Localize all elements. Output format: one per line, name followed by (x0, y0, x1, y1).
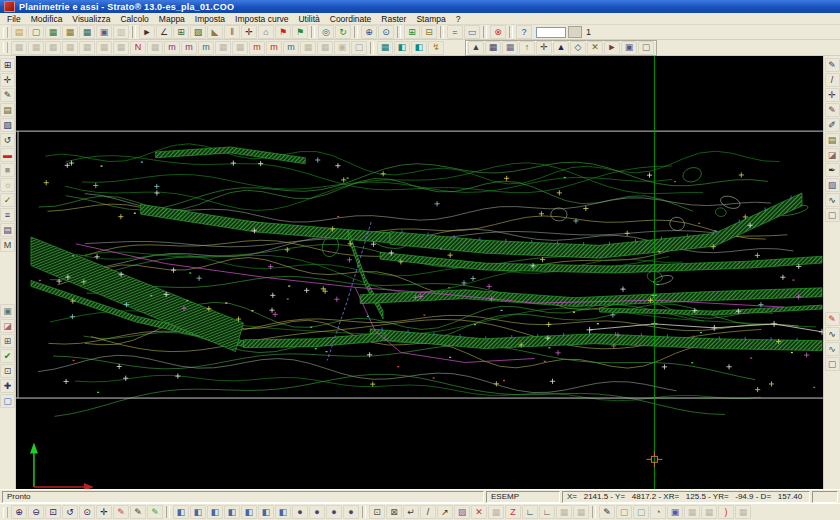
draw-pencil-button[interactable]: ✎ (0, 88, 15, 102)
frame-white-button[interactable]: ▢ (616, 505, 632, 519)
empty-slot-button[interactable]: ▢ (351, 41, 367, 55)
new-sheet-button[interactable]: ▢ (633, 505, 649, 519)
distance-marker-teal-2-button[interactable]: m (283, 41, 299, 55)
zoom-previous-button[interactable]: ↺ (62, 505, 78, 519)
refresh-view-button[interactable]: ↻ (335, 25, 351, 39)
edit-notes-button[interactable]: ▤ (0, 103, 15, 117)
polyline-zigzag-2-button[interactable]: ∿ (825, 342, 840, 356)
cross-level-button[interactable]: ✛ (536, 41, 552, 55)
drawing-canvas[interactable] (16, 56, 823, 489)
view-map-button[interactable]: ▦ (62, 25, 78, 39)
section-view-button[interactable]: ⊟ (421, 25, 437, 39)
swatch-gray-button[interactable]: ■ (0, 163, 15, 177)
break-line-button[interactable]: ∿ (825, 193, 840, 207)
draw-segment-button[interactable]: ∠ (156, 25, 172, 39)
pen-tool-button[interactable]: ✒ (825, 163, 840, 177)
eraser-tool-button[interactable]: ◪ (0, 319, 15, 333)
note-edit-button[interactable]: ▤ (825, 133, 840, 147)
doc-properties-button[interactable]: ▢ (825, 208, 840, 222)
zoom-extents-button[interactable]: ⊞ (0, 58, 15, 72)
polyline-zigzag-1-button[interactable]: ∿ (825, 327, 840, 341)
list-view-button[interactable]: ≡ (0, 208, 15, 222)
toolbar-grip-3[interactable] (3, 507, 8, 518)
select-rect-button[interactable]: ⊡ (369, 505, 385, 519)
hand-annotate-button[interactable]: ✎ (599, 505, 615, 519)
hatch-violet-button[interactable]: ▨ (454, 505, 470, 519)
redline-pencil-button[interactable]: ✎ (113, 505, 129, 519)
zoom-in-button[interactable]: ⊕ (361, 25, 377, 39)
move-vertex-button[interactable]: ✛ (825, 88, 840, 102)
select-poly-button[interactable]: ⊠ (386, 505, 402, 519)
layer-stack-button[interactable]: ▤ (0, 223, 15, 237)
view-coordinates-button[interactable]: ▦ (45, 25, 61, 39)
hatch-tool-button[interactable]: ▨ (0, 118, 15, 132)
view-cube-5-button[interactable]: ◧ (241, 505, 257, 519)
sheet-manager-button[interactable]: ▦ (485, 41, 501, 55)
angle-tool-2-button[interactable]: ∟ (539, 505, 555, 519)
hatch-region-button[interactable]: ▨ (190, 25, 206, 39)
view-book-button[interactable]: ▦ (79, 25, 95, 39)
cell-view-1-button[interactable]: ◧ (394, 41, 410, 55)
tree-symbol-button[interactable]: ↑ (519, 41, 535, 55)
view-cube-7-button[interactable]: ◧ (275, 505, 291, 519)
find-binoculars-button[interactable]: M (0, 238, 15, 252)
raster-edit-button[interactable]: ▨ (825, 178, 840, 192)
scale-input[interactable] (536, 27, 566, 38)
brightness-button[interactable]: ☼ (0, 178, 15, 192)
new-document-button[interactable]: ▢ (28, 25, 44, 39)
angle-tool-1-button[interactable]: ∟ (522, 505, 538, 519)
scale-dropdown-button[interactable] (568, 26, 582, 38)
delete-command-button[interactable]: ⊗ (490, 25, 506, 39)
import-layer-button[interactable]: ◣ (207, 25, 223, 39)
selection-frame-button[interactable]: ⊡ (0, 364, 15, 378)
distance-marker-teal-1-button[interactable]: m (198, 41, 214, 55)
zoom-window-button[interactable]: ⊡ (45, 505, 61, 519)
sort-z-button[interactable]: Z (505, 505, 521, 519)
enter-command-button[interactable]: ↵ (403, 505, 419, 519)
open-project-button[interactable]: ▤ (11, 25, 27, 39)
boundary-polygon-button[interactable]: ◇ (570, 41, 586, 55)
quick-calc-button[interactable]: ↯ (428, 41, 444, 55)
help-button[interactable]: ? (516, 25, 532, 39)
render-sphere-1-button[interactable]: ● (292, 505, 308, 519)
pan-view-button[interactable]: ✛ (0, 73, 15, 87)
menu-item-help[interactable]: ? (451, 14, 466, 24)
slope-marker-red-2-button[interactable]: m (266, 41, 282, 55)
slope-marker-red-1-button[interactable]: m (249, 41, 265, 55)
menu-item-utilita[interactable]: Utilità (293, 14, 324, 24)
clock-tool-button[interactable]: ◔ (650, 505, 666, 519)
north-arrow-button[interactable]: N (130, 41, 146, 55)
render-sphere-3-button[interactable]: ● (326, 505, 342, 519)
menu-item-imposta[interactable]: Imposta (190, 14, 230, 24)
line-tool-button[interactable]: / (420, 505, 436, 519)
equal-levels-button[interactable]: = (447, 25, 463, 39)
save-button[interactable]: ▣ (96, 25, 112, 39)
flag-green-button[interactable]: ⚑ (292, 25, 308, 39)
zoom-window-grid-button[interactable]: ⊞ (173, 25, 189, 39)
duplicate-plus-button[interactable]: ✚ (0, 379, 15, 393)
network-adjust-button[interactable]: ✕ (587, 41, 603, 55)
markup-green-button[interactable]: ✎ (147, 505, 163, 519)
measure-ruler-button[interactable]: ‖ (224, 25, 240, 39)
menu-item-coordinate[interactable]: Coordinate (325, 14, 377, 24)
view-cube-3-button[interactable]: ◧ (207, 505, 223, 519)
view-cube-6-button[interactable]: ◧ (258, 505, 274, 519)
edit-pencil-2-button[interactable]: ✎ (825, 103, 840, 117)
shape-delete-button[interactable]: ◪ (825, 148, 840, 162)
select-tool-button[interactable]: ► (139, 25, 155, 39)
arrow-tool-button[interactable]: ↗ (437, 505, 453, 519)
grid-add-button[interactable]: ⊞ (404, 25, 420, 39)
toolbar-grip-2[interactable] (3, 42, 8, 53)
view-cube-1-button[interactable]: ◧ (173, 505, 189, 519)
draw-pencil-2-button[interactable]: ✎ (130, 505, 146, 519)
image-viewer-button[interactable]: ▣ (0, 304, 15, 318)
macro-record-button[interactable]: ) (718, 505, 734, 519)
add-segment-button[interactable]: ✐ (825, 118, 840, 132)
menu-item-raster[interactable]: Raster (376, 14, 411, 24)
photo-raster-button[interactable]: ▣ (621, 41, 637, 55)
slope-marker-violet-2-button[interactable]: m (181, 41, 197, 55)
zoom-in-2-button[interactable]: ⊕ (11, 505, 27, 519)
flag-red-button[interactable]: ⚑ (275, 25, 291, 39)
save-disk-button[interactable]: ▣ (667, 505, 683, 519)
render-sphere-2-button[interactable]: ● (309, 505, 325, 519)
